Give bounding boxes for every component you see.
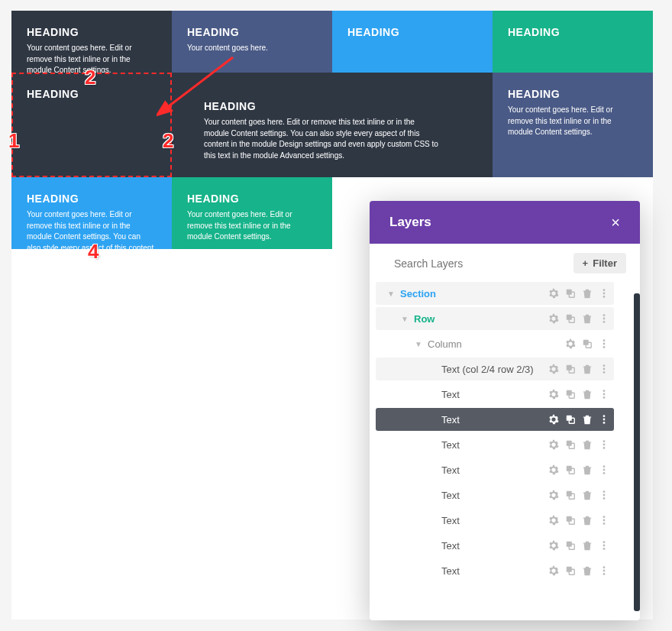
layer-row-mod[interactable]: Text: [376, 509, 614, 532]
svg-point-40: [603, 472, 606, 474]
gear-icon[interactable]: [548, 414, 559, 425]
gear-icon[interactable]: [548, 364, 559, 374]
layer-actions: [548, 389, 614, 400]
layer-row-mod[interactable]: Text (col 2/4 row 2/3): [376, 358, 614, 380]
svg-point-23: [603, 390, 606, 392]
svg-point-14: [603, 343, 606, 345]
layer-row-mod[interactable]: Text: [376, 559, 614, 582]
more-icon[interactable]: [599, 313, 609, 324]
body: Your content goes here. Edit or remove t…: [204, 117, 441, 161]
duplicate-icon[interactable]: [565, 565, 576, 576]
gear-icon[interactable]: [548, 439, 559, 450]
scrollbar[interactable]: [634, 293, 640, 611]
duplicate-icon[interactable]: [565, 389, 576, 400]
module-r3c1[interactable]: HEADING Your content goes here. Edit or …: [11, 177, 172, 249]
layer-row-mod[interactable]: Text: [376, 433, 614, 456]
duplicate-icon[interactable]: [582, 338, 593, 349]
svg-point-58: [603, 566, 606, 568]
module-r1c1[interactable]: HEADING Your content goes here. Edit or …: [11, 11, 172, 73]
trash-icon[interactable]: [582, 565, 593, 576]
svg-point-15: [603, 346, 606, 348]
close-icon[interactable]: ×: [611, 214, 620, 231]
layers-header[interactable]: Layers ×: [370, 201, 640, 244]
layer-row-section[interactable]: ▼Section: [376, 282, 614, 305]
more-icon[interactable]: [599, 338, 609, 349]
trash-icon[interactable]: [582, 490, 593, 500]
gear-icon[interactable]: [548, 540, 559, 551]
trash-icon[interactable]: [582, 540, 593, 551]
search-input[interactable]: [394, 257, 567, 270]
more-icon[interactable]: [599, 464, 609, 475]
filter-button[interactable]: + Filter: [573, 253, 626, 273]
trash-icon[interactable]: [582, 439, 593, 450]
duplicate-icon[interactable]: [565, 515, 576, 526]
gear-icon[interactable]: [548, 313, 559, 324]
gear-icon[interactable]: [548, 464, 559, 475]
trash-icon[interactable]: [582, 389, 593, 400]
layer-row-row[interactable]: ▼Row: [376, 307, 614, 330]
module-r2c4[interactable]: HEADING Your content goes here. Edit or …: [493, 73, 653, 177]
layer-row-col[interactable]: ▼Column: [376, 332, 614, 355]
gear-icon[interactable]: [548, 288, 559, 299]
module-r2c1-selected[interactable]: HEADING: [11, 73, 172, 177]
svg-point-39: [603, 469, 606, 471]
duplicate-icon[interactable]: [565, 439, 576, 450]
svg-point-38: [603, 465, 606, 468]
trash-icon[interactable]: [582, 464, 593, 475]
layer-actions: [548, 364, 614, 374]
svg-point-4: [603, 293, 606, 295]
gear-icon[interactable]: [548, 490, 559, 500]
duplicate-icon[interactable]: [565, 414, 576, 425]
layer-actions: [548, 464, 614, 475]
layer-actions: [548, 288, 614, 299]
more-icon[interactable]: [599, 540, 609, 551]
plus-icon: +: [583, 257, 589, 269]
duplicate-icon[interactable]: [565, 464, 576, 475]
gear-icon[interactable]: [548, 515, 559, 526]
layer-label: Row: [414, 313, 548, 325]
trash-icon[interactable]: [582, 515, 593, 526]
caret-icon[interactable]: ▼: [386, 290, 396, 298]
layer-row-mod[interactable]: Text: [376, 383, 614, 406]
more-icon[interactable]: [599, 515, 609, 526]
trash-icon[interactable]: [582, 414, 593, 425]
more-icon[interactable]: [599, 288, 609, 299]
more-icon[interactable]: [599, 389, 609, 400]
duplicate-icon[interactable]: [565, 540, 576, 551]
module-r1c3[interactable]: HEADING: [332, 11, 493, 73]
svg-point-28: [603, 415, 606, 417]
layer-row-mod[interactable]: Text: [376, 484, 614, 506]
gear-icon[interactable]: [548, 565, 559, 576]
layer-row-mod[interactable]: Text: [376, 408, 614, 431]
trash-icon[interactable]: [582, 288, 593, 299]
svg-point-43: [603, 490, 606, 493]
svg-point-29: [603, 419, 606, 421]
duplicate-icon[interactable]: [565, 364, 576, 374]
module-r3c2[interactable]: HEADING Your content goes here. Edit or …: [172, 177, 332, 249]
more-icon[interactable]: [599, 439, 609, 450]
duplicate-icon[interactable]: [565, 288, 576, 299]
layers-panel[interactable]: Layers × + Filter ▼Section▼Row▼ColumnTex…: [370, 201, 640, 620]
module-r1c4[interactable]: HEADING: [493, 11, 653, 73]
gear-icon[interactable]: [565, 338, 576, 349]
more-icon[interactable]: [599, 414, 609, 425]
duplicate-icon[interactable]: [565, 490, 576, 500]
layer-label: Text: [441, 414, 548, 426]
layer-label: Text (col 2/4 row 2/3): [441, 364, 548, 375]
module-r2c23[interactable]: HEADING Your content goes here. Edit or …: [172, 73, 493, 177]
more-icon[interactable]: [599, 565, 609, 576]
trash-icon[interactable]: [582, 364, 593, 374]
more-icon[interactable]: [599, 490, 609, 500]
module-r1c2[interactable]: HEADING Your content goes here.: [172, 11, 332, 73]
svg-point-53: [603, 541, 606, 543]
svg-point-30: [603, 422, 606, 424]
layer-row-mod[interactable]: Text: [376, 534, 614, 557]
caret-icon[interactable]: ▼: [414, 340, 423, 348]
gear-icon[interactable]: [548, 389, 559, 400]
caret-icon[interactable]: ▼: [400, 315, 409, 323]
layer-row-mod[interactable]: Text: [376, 458, 614, 481]
more-icon[interactable]: [599, 364, 609, 374]
duplicate-icon[interactable]: [565, 313, 576, 324]
svg-point-45: [603, 497, 606, 500]
trash-icon[interactable]: [582, 313, 593, 324]
